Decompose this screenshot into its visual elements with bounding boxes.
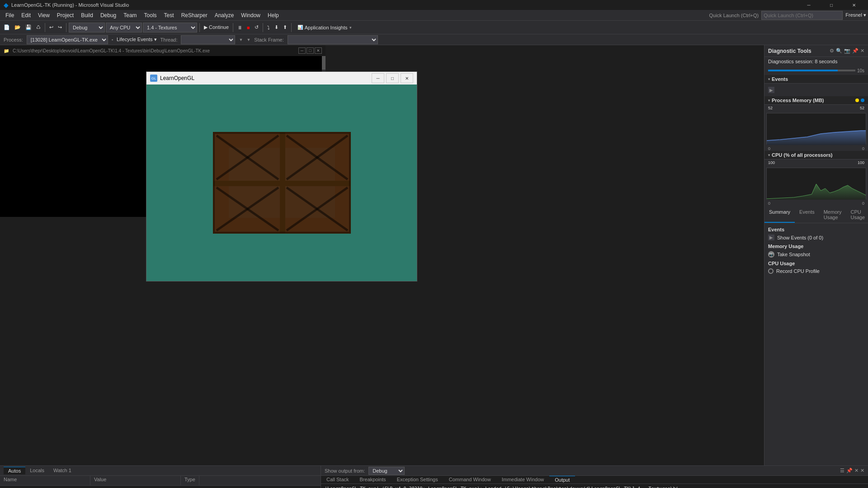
tab-call-stack[interactable]: Call Stack bbox=[321, 476, 354, 483]
lifecycle-events-dropdown[interactable]: Lifecycle Events ▾ bbox=[117, 37, 157, 42]
menu-tools[interactable]: Tools bbox=[141, 11, 160, 19]
step-over-button[interactable]: ⤵ bbox=[265, 22, 272, 33]
diag-header-buttons: ⚙ 🔍 📷 📌 ✕ bbox=[830, 48, 864, 54]
stack-frame-selector[interactable] bbox=[288, 35, 378, 44]
take-snapshot-row[interactable]: 📷 Take Snapshot bbox=[768, 250, 864, 259]
output-panel: Show output from: Debug ☰ 📌 ✕ ✕ Call Sta… bbox=[321, 466, 868, 488]
opengl-titlebar: GL LearnOpenGL ─ □ ✕ bbox=[146, 72, 417, 84]
app-insights-button[interactable]: 📊 Application Insights ▾ bbox=[294, 25, 355, 30]
step-out-button[interactable]: ⬆ bbox=[281, 22, 289, 33]
output-collapse-button[interactable]: ✕ bbox=[860, 468, 864, 474]
tab-events[interactable]: Events bbox=[795, 207, 819, 223]
tab-breakpoints[interactable]: Breakpoints bbox=[354, 476, 392, 483]
save-button[interactable]: 💾 bbox=[24, 22, 33, 33]
quick-launch-input[interactable] bbox=[761, 11, 843, 20]
open-file-button[interactable]: 📂 bbox=[13, 22, 23, 33]
tab-exception-settings[interactable]: Exception Settings bbox=[392, 476, 443, 483]
events-section-header[interactable]: ▾ Events bbox=[764, 75, 868, 84]
new-project-button[interactable]: 📄 bbox=[2, 22, 12, 33]
menu-test[interactable]: Test bbox=[160, 11, 178, 19]
debug-config-dropdown[interactable]: Debug Release bbox=[69, 23, 105, 33]
output-options-button[interactable]: ☰ bbox=[840, 468, 844, 474]
diag-close-button[interactable]: ✕ bbox=[860, 48, 864, 54]
output-pin-button[interactable]: 📌 bbox=[846, 468, 853, 474]
tab-watch1[interactable]: Watch 1 bbox=[49, 467, 76, 474]
col-value: Value bbox=[90, 476, 181, 485]
continue-button[interactable]: ▶ Continue bbox=[202, 22, 231, 33]
opengl-icon: GL bbox=[150, 75, 157, 82]
menu-resharper[interactable]: ReSharper bbox=[178, 11, 211, 19]
opengl-close-button[interactable]: ✕ bbox=[401, 73, 413, 83]
menu-project[interactable]: Project bbox=[53, 11, 77, 19]
menu-file[interactable]: File bbox=[2, 11, 18, 19]
terminal-close-button[interactable]: ✕ bbox=[315, 47, 322, 54]
autos-tabs: Autos Locals Watch 1 bbox=[4, 467, 76, 474]
diag-settings-button[interactable]: ⚙ bbox=[830, 48, 834, 54]
menu-edit[interactable]: Edit bbox=[18, 11, 34, 19]
opengl-maximize-button[interactable]: □ bbox=[386, 73, 399, 83]
version-dropdown[interactable]: 1.4 - Textures bbox=[143, 23, 197, 33]
tab-command-window[interactable]: Command Window bbox=[443, 476, 496, 483]
cpu-usage-content-header: CPU Usage bbox=[768, 259, 864, 267]
diagnostic-tabs: Summary Events Memory Usage CPU Usage bbox=[764, 207, 868, 223]
output-header: Show output from: Debug ☰ 📌 ✕ ✕ bbox=[321, 466, 868, 476]
diag-camera-button[interactable]: 📷 bbox=[844, 48, 850, 54]
cpu-chart-container: 100 100 0 0 bbox=[764, 160, 868, 206]
diag-search-button[interactable]: 🔍 bbox=[836, 48, 842, 54]
cpu-section-header[interactable]: ▾ CPU (% of all processors) bbox=[764, 151, 868, 160]
terminal-maximize-button[interactable]: □ bbox=[307, 47, 314, 54]
tab-locals[interactable]: Locals bbox=[25, 467, 49, 474]
platform-dropdown[interactable]: Any CPU x86 x64 bbox=[106, 23, 142, 33]
time-slider-fill bbox=[768, 70, 838, 71]
process-memory-section-header[interactable]: ▾ Process Memory (MB) bbox=[764, 96, 868, 105]
separator-6 bbox=[291, 23, 292, 32]
close-button[interactable]: ✕ bbox=[844, 0, 864, 10]
menu-view[interactable]: View bbox=[34, 11, 53, 19]
menu-analyze[interactable]: Analyze bbox=[211, 11, 238, 19]
menu-debug[interactable]: Debug bbox=[97, 11, 120, 19]
tab-summary[interactable]: Summary bbox=[764, 207, 795, 223]
stop-button[interactable]: ■ bbox=[245, 22, 252, 33]
tab-output[interactable]: Output bbox=[549, 476, 575, 483]
menu-team[interactable]: Team bbox=[120, 11, 140, 19]
show-events-row[interactable]: ▶ Show Events (0 of 0) bbox=[768, 233, 864, 242]
output-source-dropdown[interactable]: Debug bbox=[368, 467, 405, 475]
col-type: Type bbox=[181, 476, 199, 485]
summary-content: Events ▶ Show Events (0 of 0) Memory Usa… bbox=[764, 223, 868, 277]
menu-build[interactable]: Build bbox=[77, 11, 97, 19]
process-selector[interactable]: [13028] LearnOpenGL-TK.exe bbox=[27, 35, 108, 44]
step-into-button[interactable]: ⬇ bbox=[273, 22, 280, 33]
tab-immediate-window[interactable]: Immediate Window bbox=[496, 476, 550, 483]
separator-2 bbox=[66, 23, 66, 32]
output-line-1: 'LearnOpenGL-TK.exe' (CLR v4.0.30319: Le… bbox=[325, 486, 864, 488]
tab-memory-usage[interactable]: Memory Usage bbox=[819, 207, 846, 223]
restart-button[interactable]: ↺ bbox=[253, 22, 260, 33]
pause-button[interactable]: ⏸ bbox=[236, 22, 244, 33]
time-label: 10s bbox=[857, 68, 864, 73]
menu-window[interactable]: Window bbox=[237, 11, 264, 19]
diagnostic-tools-title: Diagnostic Tools bbox=[768, 48, 811, 54]
output-body[interactable]: 'LearnOpenGL-TK.exe' (CLR v4.0.30319: Le… bbox=[321, 484, 868, 488]
record-cpu-row[interactable]: Record CPU Profile bbox=[768, 267, 864, 275]
opengl-minimize-button[interactable]: ─ bbox=[372, 73, 384, 83]
minimize-button[interactable]: ─ bbox=[798, 0, 819, 10]
diag-pin-button[interactable]: 📌 bbox=[852, 48, 859, 54]
terminal-minimize-button[interactable]: ─ bbox=[298, 47, 306, 54]
time-slider[interactable] bbox=[768, 70, 855, 71]
save-all-button[interactable]: ♺ bbox=[34, 22, 42, 33]
separator-4 bbox=[233, 23, 233, 32]
tab-autos[interactable]: Autos bbox=[4, 467, 25, 474]
terminal-path: C:\Users\thepr\Desktop\devvoid\LearnOpen… bbox=[13, 48, 210, 53]
camera-icon: 📷 bbox=[768, 251, 774, 258]
menu-help[interactable]: Help bbox=[264, 11, 283, 19]
events-content-header: Events bbox=[768, 225, 864, 233]
undo-button[interactable]: ↩ bbox=[47, 22, 55, 33]
redo-button[interactable]: ↪ bbox=[56, 22, 64, 33]
thread-selector[interactable] bbox=[181, 35, 235, 44]
tab-cpu-usage[interactable]: CPU Usage bbox=[846, 207, 868, 223]
thread-label: Thread: bbox=[160, 37, 178, 42]
terminal-titlebar: 📁 C:\Users\thepr\Desktop\devvoid\LearnOp… bbox=[0, 45, 326, 56]
maximize-button[interactable]: □ bbox=[821, 0, 842, 10]
output-close-button[interactable]: ✕ bbox=[854, 468, 859, 474]
col-name: Name bbox=[0, 476, 90, 485]
